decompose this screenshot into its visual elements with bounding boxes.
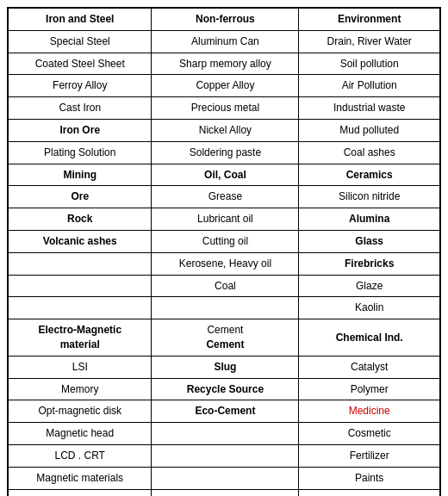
cell-r20-c0: Magnetic materials bbox=[8, 467, 152, 489]
main-table: Iron and SteelNon-ferrousEnvironmentSpec… bbox=[7, 7, 441, 496]
cell-r19-c2: Fertilizer bbox=[299, 444, 440, 467]
cell-r7-c1: Oil, Coal bbox=[152, 164, 299, 186]
cell-r21-c0 bbox=[8, 489, 152, 496]
cell-r10-c1: Cutting oil bbox=[152, 230, 299, 252]
cell-r4-c0: Cast Iron bbox=[8, 97, 152, 120]
cell-r12-c2: Glaze bbox=[299, 275, 440, 297]
cell-r10-c2: Glass bbox=[299, 230, 440, 252]
cell-r1-c2: Drain, River Water bbox=[299, 30, 440, 53]
cell-r6-c1: Soldering paste bbox=[152, 141, 299, 164]
cell-r20-c2: Paints bbox=[299, 467, 440, 489]
cell-r11-c2: Firebricks bbox=[299, 252, 440, 275]
cell-r15-c0: LSI bbox=[8, 356, 152, 378]
cell-r5-c0: Iron Ore bbox=[8, 119, 152, 141]
cell-r17-c0: Opt-magnetic disk bbox=[8, 400, 152, 423]
cell-r11-c1: Kerosene, Heavy oil bbox=[152, 252, 299, 275]
cell-r21-c1 bbox=[152, 489, 299, 496]
cell-r14-c0: Electro-Magneticmaterial bbox=[8, 319, 152, 356]
cell-r18-c2: Cosmetic bbox=[299, 423, 440, 445]
cell-r2-c0: Coated Steel Sheet bbox=[8, 53, 152, 75]
cell-r18-c1 bbox=[152, 423, 299, 445]
cell-r3-c0: Ferroy Alloy bbox=[8, 75, 152, 97]
cell-r12-c1: Coal bbox=[152, 275, 299, 297]
cell-r7-c0: Mining bbox=[8, 164, 152, 186]
cell-r1-c0: Special Steel bbox=[8, 30, 152, 53]
cell-r6-c2: Coal ashes bbox=[299, 141, 440, 164]
cell-r3-c1: Copper Alloy bbox=[152, 75, 299, 97]
cell-r6-c0: Plating Solution bbox=[8, 141, 152, 164]
cell-r14-c2: Chemical Ind. bbox=[299, 319, 440, 356]
cell-r3-c2: Air Pollution bbox=[299, 75, 440, 97]
cell-r9-c1: Lubricant oil bbox=[152, 208, 299, 231]
cell-r19-c0: LCD . CRT bbox=[8, 444, 152, 467]
cell-r11-c0 bbox=[8, 252, 152, 275]
cell-r4-c1: Precious metal bbox=[152, 97, 299, 120]
cell-r20-c1 bbox=[152, 467, 299, 489]
cell-r2-c1: Sharp memory alloy bbox=[152, 53, 299, 75]
cell-r7-c2: Ceramics bbox=[299, 164, 440, 186]
cell-r8-c1: Grease bbox=[152, 186, 299, 208]
cell-r17-c2: Medicine bbox=[299, 400, 440, 423]
cell-r5-c2: Mud polluted bbox=[299, 119, 440, 141]
cell-r1-c1: Aluminum Can bbox=[152, 30, 299, 53]
cell-r4-c2: Industrial waste bbox=[299, 97, 440, 120]
cell-r14-c1: CementCement bbox=[152, 319, 299, 356]
cell-r15-c2: Catalyst bbox=[299, 356, 440, 378]
cell-r16-c0: Memory bbox=[8, 378, 152, 400]
cell-r12-c0 bbox=[8, 275, 152, 297]
cell-r8-c0: Ore bbox=[8, 186, 152, 208]
cell-r5-c1: Nickel Alloy bbox=[152, 119, 299, 141]
cell-r13-c0 bbox=[8, 297, 152, 319]
cell-r0-c1: Non-ferrous bbox=[152, 8, 299, 30]
cell-r2-c2: Soil pollution bbox=[299, 53, 440, 75]
cell-r15-c1: Slug bbox=[152, 356, 299, 378]
cell-r16-c1: Recycle Source bbox=[152, 378, 299, 400]
cell-r19-c1 bbox=[152, 444, 299, 467]
cell-r13-c1 bbox=[152, 297, 299, 319]
cell-r16-c2: Polymer bbox=[299, 378, 440, 400]
cell-r13-c2: Kaolin bbox=[299, 297, 440, 319]
cell-r17-c1: Eco-Cement bbox=[152, 400, 299, 423]
cell-r0-c0: Iron and Steel bbox=[8, 8, 152, 30]
cell-r8-c2: Silicon nitride bbox=[299, 186, 440, 208]
cell-r9-c2: Alumina bbox=[299, 208, 440, 231]
cell-r21-c2: Oil & fat, Detergent bbox=[299, 489, 440, 496]
cell-r10-c0: Volcanic ashes bbox=[8, 230, 152, 252]
cell-r18-c0: Magnetic head bbox=[8, 423, 152, 445]
cell-r9-c0: Rock bbox=[8, 208, 152, 231]
cell-r0-c2: Environment bbox=[299, 8, 440, 30]
